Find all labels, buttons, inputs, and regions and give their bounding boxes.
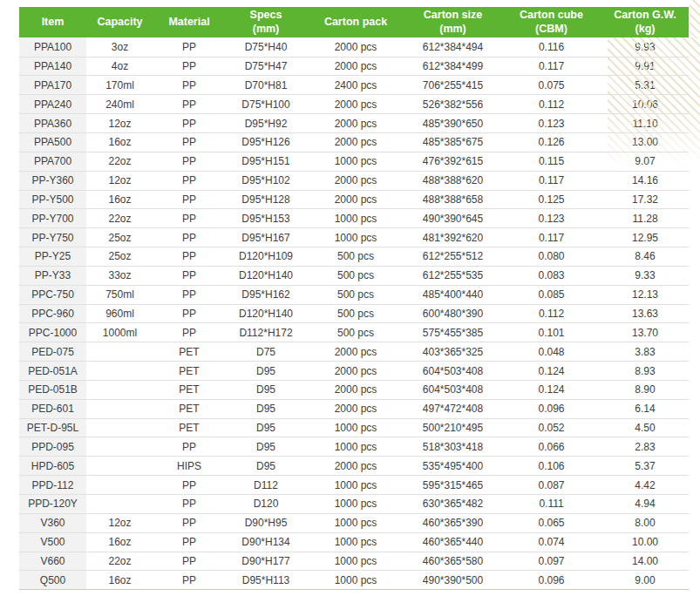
cell-material: PP — [153, 190, 225, 209]
cell-carton-pack: 1000 pcs — [307, 152, 404, 171]
column-header-carton-size: Carton size(mm) — [404, 7, 501, 37]
cell-carton-size: 600*480*390 — [404, 304, 501, 323]
cell-carton-gw: 13.00 — [601, 132, 689, 152]
cell-carton-gw: 17.32 — [601, 190, 689, 209]
cell-carton-size: 630*365*482 — [404, 495, 501, 514]
cell-carton-cube: 0.115 — [501, 152, 601, 171]
cell-material: PP — [153, 76, 225, 95]
cell-material: PP — [153, 571, 225, 590]
cell-carton-pack: 2000 pcs — [307, 380, 404, 399]
cell-material: PP — [153, 114, 225, 133]
cell-carton-size: 490*390*500 — [404, 571, 501, 590]
cell-material: PP — [153, 228, 225, 247]
table-row: PED-051APETD952000 pcs604*503*4080.1248.… — [19, 362, 689, 381]
cell-capacity — [86, 399, 153, 418]
cell-carton-gw: 8.46 — [601, 247, 689, 267]
cell-carton-gw: 12.13 — [601, 285, 689, 304]
cell-material: PP — [153, 304, 225, 323]
cell-specs: D95 — [225, 457, 307, 476]
cell-capacity: 240ml — [86, 95, 153, 114]
cell-material: PP — [153, 171, 225, 190]
cell-carton-pack: 1000 pcs — [307, 228, 404, 247]
cell-carton-cube: 0.117 — [501, 57, 601, 76]
cell-specs: D112 — [225, 476, 307, 495]
cell-carton-pack: 1000 pcs — [307, 552, 404, 571]
cell-capacity: 16oz — [86, 571, 153, 590]
table-row: PET-D-95LPETD951000 pcs500*210*4950.0524… — [19, 418, 689, 437]
cell-capacity: 1000ml — [86, 323, 153, 342]
cell-carton-gw: 9.33 — [601, 266, 689, 285]
cell-specs: D75*H40 — [225, 37, 307, 57]
cell-carton-gw: 9.07 — [601, 152, 689, 171]
cell-carton-size: 485*400*440 — [404, 285, 501, 304]
cell-material: PP — [153, 476, 225, 495]
cell-carton-cube: 0.111 — [501, 495, 601, 514]
cell-material: PP — [153, 132, 225, 152]
cell-carton-size: 535*495*400 — [404, 457, 501, 476]
cell-carton-size: 490*390*645 — [404, 209, 501, 228]
cell-specs: D90*H95 — [225, 513, 307, 532]
cell-carton-pack: 2000 pcs — [307, 190, 404, 209]
cell-carton-cube: 0.126 — [501, 132, 601, 152]
cell-material: PP — [153, 95, 225, 114]
cell-item: PPA170 — [19, 76, 86, 95]
cell-capacity: 22oz — [86, 552, 153, 571]
cell-material: PP — [153, 152, 225, 171]
table-row: PPA1404ozPPD75*H472000 pcs612*384*4990.1… — [19, 57, 689, 76]
cell-item: PPA360 — [19, 114, 86, 133]
cell-carton-cube: 0.066 — [501, 437, 601, 457]
cell-material: PET — [153, 342, 225, 362]
cell-carton-gw: 10.00 — [601, 532, 689, 552]
page: ItemCapacityMaterialSpecs(mm)Carton pack… — [0, 0, 700, 596]
cell-carton-size: 612*255*535 — [404, 266, 501, 285]
cell-item: HPD-605 — [19, 457, 86, 476]
table-row: PPD-112PPD1121000 pcs595*315*4650.0874.4… — [19, 476, 689, 495]
table-row: PPC-960960mlPPD120*H140500 pcs600*480*39… — [19, 304, 689, 323]
cell-capacity — [86, 342, 153, 362]
cell-item: PP-Y750 — [19, 228, 86, 247]
cell-specs: D95*H153 — [225, 209, 307, 228]
cell-carton-gw: 4.94 — [601, 495, 689, 514]
table-row: PPC-750750mlPPD95*H162500 pcs485*400*440… — [19, 285, 689, 304]
cell-carton-size: 575*455*385 — [404, 323, 501, 342]
cell-carton-cube: 0.112 — [501, 304, 601, 323]
cell-item: PPD-095 — [19, 437, 86, 457]
cell-carton-cube: 0.080 — [501, 247, 601, 267]
cell-item: PPD-112 — [19, 476, 86, 495]
cell-capacity: 4oz — [86, 57, 153, 76]
cell-item: PPC-960 — [19, 304, 86, 323]
cell-carton-size: 604*503*408 — [404, 380, 501, 399]
cell-capacity: 750ml — [86, 285, 153, 304]
cell-carton-pack: 2000 pcs — [307, 342, 404, 362]
cell-carton-cube: 0.048 — [501, 342, 601, 362]
cell-material: PP — [153, 552, 225, 571]
cell-capacity — [86, 476, 153, 495]
cell-carton-cube: 0.096 — [501, 399, 601, 418]
cell-specs: D95 — [225, 418, 307, 437]
cell-carton-gw: 9.91 — [601, 57, 689, 76]
cell-carton-gw: 11.28 — [601, 209, 689, 228]
cell-carton-size: 497*472*408 — [404, 399, 501, 418]
cell-carton-size: 476*392*615 — [404, 152, 501, 171]
cell-item: PPA240 — [19, 95, 86, 114]
cell-capacity: 22oz — [86, 209, 153, 228]
cell-carton-cube: 0.117 — [501, 171, 601, 190]
cell-carton-cube: 0.112 — [501, 95, 601, 114]
column-header-material: Material — [153, 7, 225, 37]
cell-specs: D120 — [225, 495, 307, 514]
diagonal-watermark-corner — [690, 0, 700, 38]
cell-capacity: 16oz — [86, 532, 153, 552]
cell-carton-gw: 13.70 — [601, 323, 689, 342]
cell-specs: D95*H151 — [225, 152, 307, 171]
cell-specs: D95*H128 — [225, 190, 307, 209]
cell-material: PP — [153, 437, 225, 457]
cell-carton-pack: 1000 pcs — [307, 437, 404, 457]
table-row: V36012ozPPD90*H951000 pcs460*365*3900.06… — [19, 513, 689, 532]
cell-carton-size: 460*365*390 — [404, 513, 501, 532]
cell-carton-pack: 2400 pcs — [307, 76, 404, 95]
cell-carton-size: 460*365*440 — [404, 532, 501, 552]
cell-capacity: 12oz — [86, 171, 153, 190]
cell-specs: D120*H109 — [225, 247, 307, 267]
cell-material: PP — [153, 247, 225, 267]
cell-carton-size: 595*315*465 — [404, 476, 501, 495]
